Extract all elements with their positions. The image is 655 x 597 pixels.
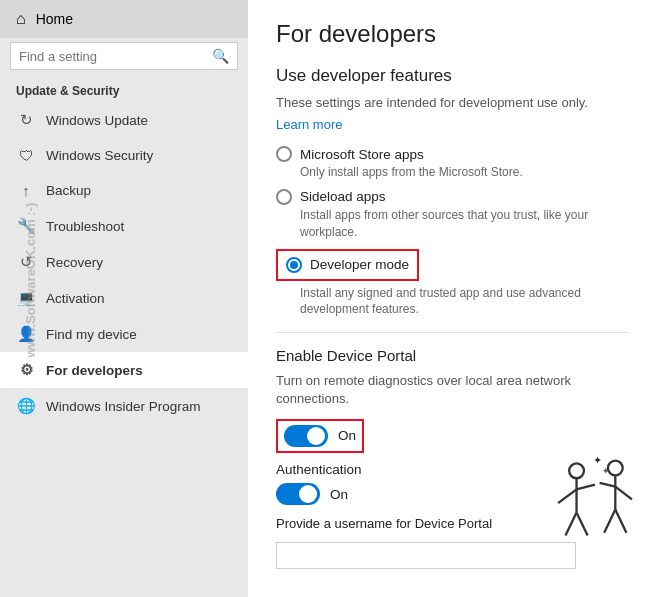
sidebar-item-label: For developers (46, 363, 143, 378)
svg-text:✦: ✦ (593, 457, 602, 466)
sidebar-item-label: Recovery (46, 255, 103, 270)
sidebar-item-for-developers[interactable]: ⚙ For developers (0, 352, 248, 388)
section2-title: Enable Device Portal (276, 347, 627, 364)
radio-microsoft-store-label: Microsoft Store apps (300, 147, 424, 162)
username-input[interactable] (276, 542, 576, 569)
windows-security-icon: 🛡 (16, 147, 36, 164)
search-icon: 🔍 (212, 48, 229, 64)
device-portal-toggle[interactable] (284, 425, 328, 447)
developer-mode-highlight-box: Developer mode (276, 249, 419, 281)
sidebar-item-label: Find my device (46, 327, 137, 342)
learn-more-link[interactable]: Learn more (276, 117, 342, 132)
sidebar-section-label: Update & Security (0, 78, 248, 102)
radio-sideload-label: Sideload apps (300, 189, 386, 204)
radio-option-sideload: Sideload apps Install apps from other so… (276, 189, 627, 241)
sidebar-item-activation[interactable]: 💻 Activation (0, 280, 248, 316)
sidebar-item-label: Windows Security (46, 148, 153, 163)
sidebar-item-label: Windows Insider Program (46, 399, 201, 414)
svg-line-11 (615, 510, 626, 533)
svg-line-4 (565, 512, 576, 535)
radio-developer-mode[interactable] (286, 257, 302, 273)
sidebar-home-label: Home (36, 11, 73, 27)
section1-title: Use developer features (276, 66, 627, 86)
svg-line-9 (615, 487, 632, 500)
sidebar-item-label: Backup (46, 183, 91, 198)
stick-figure-decoration: ✦ ✦ (545, 457, 645, 577)
svg-line-10 (604, 510, 615, 533)
sidebar-item-backup[interactable]: ↑ Backup (0, 173, 248, 208)
section-divider (276, 332, 627, 333)
sidebar-item-windows-security[interactable]: 🛡 Windows Security (0, 138, 248, 173)
sidebar-item-label: Activation (46, 291, 105, 306)
radio-option-developer-mode: Developer mode Install any signed and tr… (276, 249, 627, 319)
backup-icon: ↑ (16, 182, 36, 199)
search-box[interactable]: 🔍 (10, 42, 238, 70)
developer-description: These settings are intended for developm… (276, 94, 627, 112)
radio-microsoft-store-desc: Only install apps from the Microsoft Sto… (300, 164, 627, 181)
developers-icon: ⚙ (16, 361, 36, 379)
svg-line-2 (558, 489, 576, 503)
find-device-icon: 👤 (16, 325, 36, 343)
recovery-icon: ↺ (16, 253, 36, 271)
sidebar-item-label: Troubleshoot (46, 219, 124, 234)
sidebar-item-windows-insider[interactable]: 🌐 Windows Insider Program (0, 388, 248, 424)
svg-line-3 (577, 485, 595, 490)
sidebar-home[interactable]: ⌂ Home (0, 0, 248, 38)
device-portal-toggle-label: On (338, 428, 356, 443)
page-title: For developers (276, 20, 627, 48)
sidebar-item-troubleshoot[interactable]: 🔧 Troubleshoot (0, 208, 248, 244)
sidebar: ⌂ Home 🔍 Update & Security ↻ Windows Upd… (0, 0, 248, 597)
device-portal-toggle-box: On (276, 419, 364, 453)
sidebar-item-windows-update[interactable]: ↻ Windows Update (0, 102, 248, 138)
sidebar-item-find-my-device[interactable]: 👤 Find my device (0, 316, 248, 352)
auth-toggle-label: On (330, 487, 348, 502)
activation-icon: 💻 (16, 289, 36, 307)
radio-sideload[interactable] (276, 189, 292, 205)
svg-point-0 (569, 463, 584, 478)
svg-text:✦: ✦ (602, 466, 610, 476)
radio-sideload-desc: Install apps from other sources that you… (300, 207, 627, 241)
sidebar-item-label: Windows Update (46, 113, 148, 128)
radio-developer-mode-desc: Install any signed and trusted app and u… (300, 285, 627, 319)
search-input[interactable] (19, 49, 212, 64)
windows-update-icon: ↻ (16, 111, 36, 129)
svg-line-5 (577, 512, 588, 535)
home-icon: ⌂ (16, 10, 26, 28)
svg-line-8 (600, 483, 616, 487)
troubleshoot-icon: 🔧 (16, 217, 36, 235)
portal-description: Turn on remote diagnostics over local ar… (276, 372, 627, 408)
sidebar-item-recovery[interactable]: ↺ Recovery (0, 244, 248, 280)
radio-option-microsoft-store: Microsoft Store apps Only install apps f… (276, 146, 627, 181)
main-content: For developers Use developer features Th… (248, 0, 655, 597)
auth-toggle[interactable] (276, 483, 320, 505)
insider-icon: 🌐 (16, 397, 36, 415)
radio-microsoft-store[interactable] (276, 146, 292, 162)
radio-developer-mode-label: Developer mode (310, 257, 409, 272)
